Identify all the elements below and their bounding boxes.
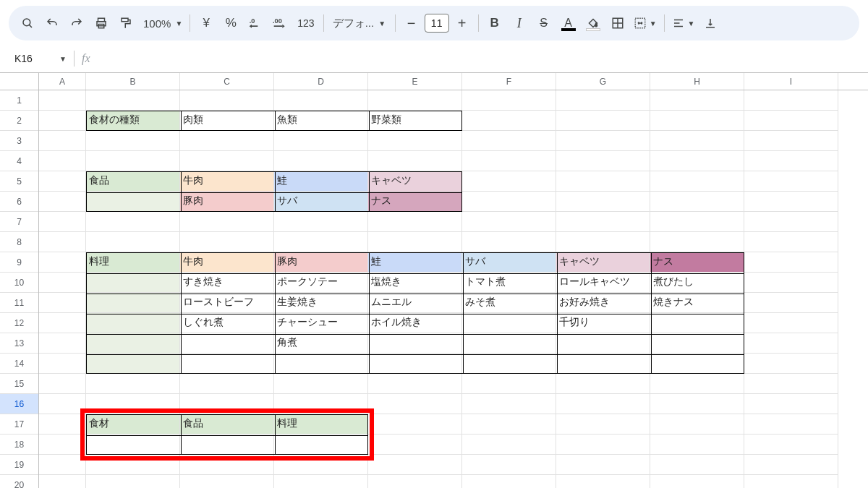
cell[interactable] <box>39 212 86 232</box>
row-header[interactable]: 4 <box>0 151 38 171</box>
cell[interactable] <box>368 455 462 475</box>
cell[interactable]: ポークソテー <box>274 273 368 293</box>
cell[interactable] <box>368 131 462 151</box>
row-header[interactable]: 17 <box>0 414 38 435</box>
cell[interactable] <box>180 232 274 252</box>
cell[interactable]: 食品 <box>180 414 274 435</box>
cell[interactable] <box>86 354 180 374</box>
decrease-decimal-icon[interactable]: .0 <box>244 12 267 35</box>
cell[interactable] <box>368 212 462 232</box>
row-header[interactable]: 6 <box>0 192 38 212</box>
cell[interactable] <box>650 192 744 212</box>
cell[interactable] <box>556 394 650 414</box>
cell[interactable] <box>86 475 180 488</box>
cell[interactable]: 塩焼き <box>368 273 462 293</box>
cell[interactable] <box>744 212 838 232</box>
cell[interactable]: 食品 <box>86 171 180 192</box>
cell[interactable] <box>368 151 462 171</box>
row-header[interactable]: 18 <box>0 435 38 455</box>
cell[interactable] <box>39 455 86 475</box>
strikethrough-button[interactable]: S <box>532 12 556 35</box>
cell[interactable] <box>274 394 368 414</box>
number-format-button[interactable]: 123 <box>293 12 318 35</box>
cell[interactable] <box>368 354 462 374</box>
cell[interactable] <box>744 293 838 313</box>
cell[interactable] <box>274 232 368 252</box>
row-header[interactable]: 19 <box>0 455 38 475</box>
cell[interactable]: みそ煮 <box>462 293 556 313</box>
cell[interactable] <box>368 475 462 488</box>
cell[interactable] <box>368 333 462 354</box>
cell[interactable] <box>556 171 650 192</box>
increase-decimal-icon[interactable]: .00 <box>268 12 292 35</box>
cell[interactable] <box>39 273 86 293</box>
cell[interactable]: 千切り <box>556 313 650 333</box>
cell[interactable]: 肉類 <box>180 111 274 131</box>
cell[interactable] <box>744 131 838 151</box>
cell[interactable] <box>39 374 86 394</box>
cell[interactable] <box>556 435 650 455</box>
column-header[interactable]: H <box>650 73 744 90</box>
paint-format-icon[interactable] <box>114 12 137 35</box>
cell[interactable] <box>180 354 274 374</box>
cell[interactable]: ロールキャベツ <box>556 273 650 293</box>
row-header[interactable]: 20 <box>0 475 38 488</box>
cell[interactable] <box>180 90 274 111</box>
cell[interactable]: 豚肉 <box>180 192 274 212</box>
cell[interactable] <box>368 374 462 394</box>
cell[interactable]: 牛肉 <box>180 171 274 192</box>
cell[interactable] <box>462 313 556 333</box>
cell[interactable] <box>39 414 86 435</box>
cell[interactable]: 料理 <box>274 414 368 435</box>
cell[interactable] <box>368 414 462 435</box>
percent-format-button[interactable]: % <box>219 12 242 35</box>
cell[interactable] <box>39 333 86 354</box>
row-header[interactable]: 8 <box>0 232 38 252</box>
vertical-align-button[interactable] <box>699 12 722 35</box>
cell[interactable] <box>462 111 556 131</box>
select-all-corner[interactable] <box>0 73 39 90</box>
cell[interactable] <box>274 151 368 171</box>
cell[interactable] <box>744 374 838 394</box>
cell[interactable] <box>650 90 744 111</box>
row-header[interactable]: 1 <box>0 90 38 111</box>
cell[interactable] <box>744 90 838 111</box>
cell[interactable] <box>744 455 838 475</box>
cell[interactable] <box>39 192 86 212</box>
cell[interactable]: 鮭 <box>274 171 368 192</box>
cell[interactable] <box>86 90 180 111</box>
cell[interactable] <box>180 475 274 488</box>
cell[interactable] <box>650 435 744 455</box>
cell[interactable] <box>180 455 274 475</box>
cell[interactable]: 煮びたし <box>650 273 744 293</box>
cell[interactable] <box>86 435 180 455</box>
cell[interactable] <box>462 151 556 171</box>
cell[interactable]: 牛肉 <box>180 252 274 273</box>
row-header[interactable]: 3 <box>0 131 38 151</box>
row-header[interactable]: 14 <box>0 354 38 374</box>
cell[interactable] <box>86 232 180 252</box>
cell[interactable] <box>86 151 180 171</box>
cell[interactable] <box>180 333 274 354</box>
cell[interactable] <box>39 313 86 333</box>
cell[interactable] <box>650 414 744 435</box>
cell[interactable] <box>650 111 744 131</box>
cell[interactable] <box>462 354 556 374</box>
cell[interactable] <box>368 232 462 252</box>
cell[interactable] <box>368 435 462 455</box>
decrease-font-size-button[interactable]: − <box>400 12 423 35</box>
cell[interactable]: 食材 <box>86 414 180 435</box>
row-header[interactable]: 2 <box>0 111 38 131</box>
cell[interactable]: すき焼き <box>180 273 274 293</box>
cell[interactable] <box>39 171 86 192</box>
cell[interactable]: サバ <box>274 192 368 212</box>
cell[interactable] <box>650 455 744 475</box>
formula-input[interactable] <box>96 49 859 68</box>
cell[interactable] <box>650 171 744 192</box>
cell[interactable] <box>39 293 86 313</box>
column-header[interactable]: A <box>39 73 86 90</box>
cell[interactable] <box>180 212 274 232</box>
cell[interactable] <box>744 192 838 212</box>
row-header[interactable]: 10 <box>0 273 38 293</box>
cell[interactable] <box>86 333 180 354</box>
